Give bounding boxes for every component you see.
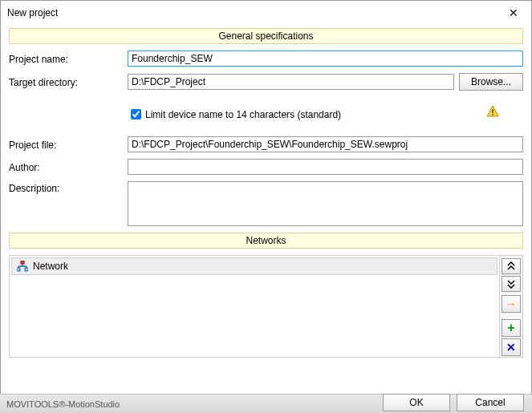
move-top-button[interactable]	[502, 258, 521, 274]
dialog-content: General specifications Project name: Tar…	[1, 25, 531, 358]
label-target-directory: Target directory:	[9, 75, 128, 88]
section-networks-header: Networks	[9, 233, 523, 249]
status-text: MOVITOOLS®-MotionStudio	[6, 399, 120, 409]
close-icon[interactable]: ✕	[504, 6, 523, 19]
svg-rect-3	[21, 261, 24, 264]
row-project-name: Project name:	[9, 51, 523, 67]
double-chevron-up-icon	[506, 261, 516, 271]
project-file-input[interactable]	[128, 136, 523, 152]
add-button[interactable]: +	[502, 319, 521, 337]
section-general-header: General specifications	[9, 28, 523, 44]
description-input[interactable]	[128, 181, 523, 226]
row-author: Author:	[9, 159, 523, 175]
double-chevron-down-icon	[506, 279, 516, 289]
network-list-item[interactable]: Network	[11, 257, 497, 275]
label-project-name: Project name:	[9, 52, 128, 65]
window-title: New project	[7, 7, 58, 18]
remove-button[interactable]: ✕	[502, 338, 521, 356]
move-bottom-button[interactable]	[502, 276, 521, 292]
networks-list: Network	[10, 256, 500, 357]
svg-rect-2	[492, 114, 493, 115]
x-icon: ✕	[506, 341, 516, 354]
label-limit-checkbox: Limit device name to 14 characters (stan…	[145, 109, 341, 120]
row-project-file: Project file:	[9, 136, 523, 152]
label-description: Description:	[9, 181, 128, 194]
plus-icon: +	[507, 321, 514, 335]
browse-button[interactable]: Browse...	[459, 73, 523, 91]
ok-button[interactable]: OK	[383, 394, 450, 411]
arrow-right-button[interactable]: →	[502, 295, 521, 313]
project-name-input[interactable]	[128, 51, 523, 67]
network-item-label: Network	[33, 261, 68, 272]
networks-buttons: → + ✕	[500, 256, 522, 357]
warning-icon	[486, 105, 499, 120]
titlebar: New project ✕	[1, 1, 531, 25]
row-target-directory: Target directory: Browse...	[9, 73, 523, 91]
limit-checkbox[interactable]	[131, 109, 141, 119]
arrow-right-icon: →	[506, 298, 517, 310]
footer-buttons: OK Cancel	[383, 394, 524, 411]
author-input[interactable]	[128, 159, 523, 175]
svg-rect-6	[17, 268, 20, 271]
label-project-file: Project file:	[9, 138, 128, 151]
target-directory-input[interactable]	[128, 74, 454, 90]
row-limit-checkbox: Limit device name to 14 characters (stan…	[128, 107, 523, 122]
label-author: Author:	[9, 160, 128, 173]
svg-rect-1	[492, 109, 493, 113]
row-description: Description:	[9, 181, 523, 226]
cancel-button[interactable]: Cancel	[457, 394, 524, 411]
svg-rect-7	[25, 268, 28, 271]
network-icon	[17, 261, 28, 272]
networks-box: Network → +	[9, 255, 523, 358]
